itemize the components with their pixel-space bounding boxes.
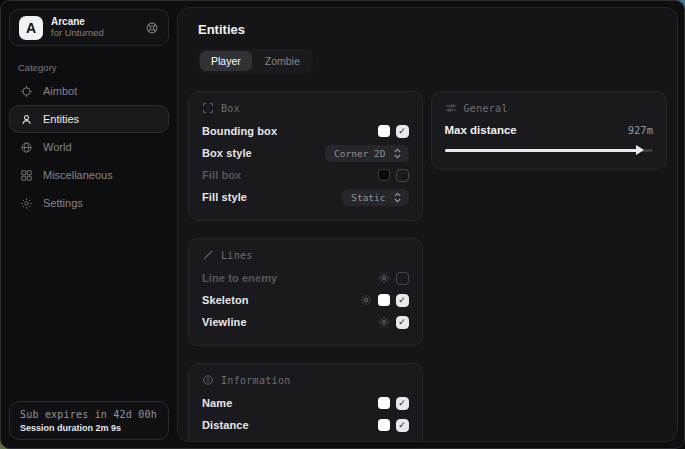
sidebar-item-label: Aimbot (43, 85, 77, 97)
sidebar-item-label: Entities (43, 113, 79, 125)
app-logo: A (19, 16, 43, 40)
sidebar-item-settings[interactable]: Settings (9, 189, 169, 217)
box-style-dropdown[interactable]: Corner 2D (325, 145, 408, 162)
grid-icon (20, 169, 33, 182)
tab-zombie[interactable]: Zombie (254, 51, 311, 71)
max-distance-slider[interactable] (445, 143, 653, 157)
entities-icon (20, 113, 33, 126)
sidebar-nav: Aimbot Entities World (9, 77, 169, 217)
sidebar-item-label: Settings (43, 197, 83, 209)
information-section-card: Information Name Distance (188, 363, 423, 442)
slider-fill[interactable] (445, 149, 638, 152)
sidebar-item-miscellaneous[interactable]: Miscellaneous (9, 161, 169, 189)
setting-row-name: Name (202, 392, 409, 414)
dropdown-value: Corner 2D (334, 148, 385, 159)
checkbox[interactable] (396, 125, 409, 138)
section-title: Lines (221, 250, 253, 261)
sliders-icon (445, 102, 457, 114)
entity-tabs: Player Zombie (198, 49, 313, 73)
chevron-updown-icon (393, 148, 402, 159)
info-icon (202, 374, 214, 386)
session-duration-text: Session duration 2m 9s (20, 423, 158, 433)
logo-letter: A (26, 20, 36, 36)
diagonal-line-icon (202, 249, 214, 261)
gear-icon (20, 197, 33, 210)
box-section-card: Box Bounding box Box style Corner 2D (188, 91, 423, 221)
row-settings-gear-icon[interactable] (378, 272, 390, 284)
max-distance-label: Max distance (445, 124, 517, 136)
color-swatch[interactable] (378, 125, 390, 137)
color-swatch[interactable] (378, 294, 390, 306)
checkbox[interactable] (396, 419, 409, 432)
main-panel: Entities Player Zombie Box (177, 7, 678, 442)
color-swatch[interactable] (378, 419, 390, 431)
checkbox[interactable] (396, 397, 409, 410)
setting-row-skeleton: Skeleton (202, 289, 409, 311)
color-swatch[interactable] (378, 169, 390, 181)
category-label: Category (18, 62, 169, 73)
sidebar: A Arcane for Unturned Category (1, 1, 177, 448)
general-section-card: General Max distance 927m (431, 91, 667, 170)
row-settings-gear-icon[interactable] (378, 316, 390, 328)
brand-card: A Arcane for Unturned (9, 9, 169, 46)
crosshair-icon (20, 85, 33, 98)
checkbox[interactable] (396, 272, 409, 285)
setting-row-fill-style: Fill style Static (202, 186, 409, 208)
setting-row-box-style: Box style Corner 2D (202, 142, 409, 164)
setting-row-bounding-box: Bounding box (202, 120, 409, 142)
section-title: Information (221, 375, 291, 386)
app-subtitle: for Unturned (51, 28, 137, 39)
subscription-card: Sub expires in 42d 00h Session duration … (9, 401, 169, 440)
globe-icon (20, 141, 33, 154)
lifebuoy-icon[interactable] (145, 21, 159, 35)
sidebar-item-entities[interactable]: Entities (9, 105, 169, 133)
checkbox[interactable] (396, 316, 409, 329)
section-title: General (464, 103, 508, 114)
app-window: A Arcane for Unturned Category (0, 0, 685, 449)
checkbox[interactable] (396, 294, 409, 307)
setting-row-distance: Distance (202, 414, 409, 436)
lines-section-card: Lines Line to enemy (188, 238, 423, 346)
sidebar-item-label: World (43, 141, 72, 153)
setting-row-line-to-enemy: Line to enemy (202, 267, 409, 289)
page-title: Entities (198, 22, 667, 37)
sidebar-item-world[interactable]: World (9, 133, 169, 161)
sidebar-item-aimbot[interactable]: Aimbot (9, 77, 169, 105)
setting-row-fill-box: Fill box (202, 164, 409, 186)
checkbox[interactable] (396, 169, 409, 182)
sidebar-item-label: Miscellaneous (43, 169, 113, 181)
color-swatch[interactable] (378, 397, 390, 409)
setting-row-viewline: Viewline (202, 311, 409, 333)
box-corners-icon (202, 102, 214, 114)
section-title: Box (221, 103, 240, 114)
fill-style-dropdown[interactable]: Static (342, 189, 408, 206)
dropdown-value: Static (351, 192, 385, 203)
sub-expires-text: Sub expires in 42d 00h (20, 409, 158, 420)
chevron-updown-icon (393, 192, 402, 203)
row-settings-gear-icon[interactable] (360, 294, 372, 306)
max-distance-value: 927m (628, 124, 653, 136)
tab-player[interactable]: Player (200, 51, 252, 71)
